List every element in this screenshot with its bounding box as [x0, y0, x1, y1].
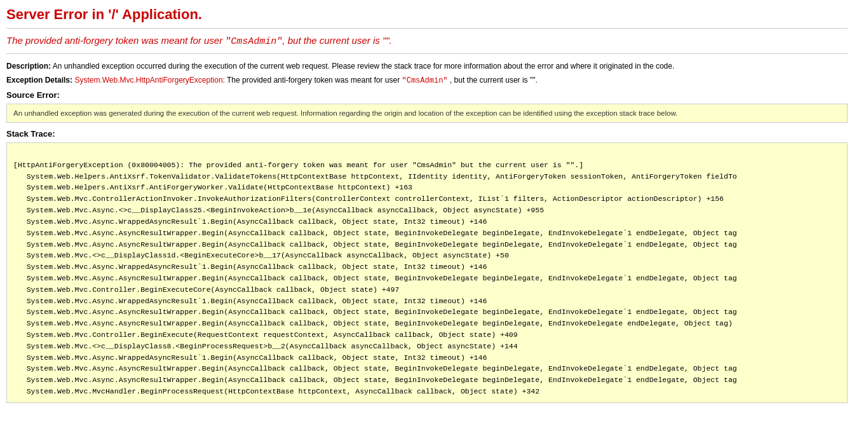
- source-error-box: An unhandled exception was generated dur…: [6, 104, 848, 123]
- source-error-label: Source Error:: [6, 90, 848, 100]
- error-message: The provided anti-forgery token was mean…: [6, 35, 848, 54]
- stack-trace-label: Stack Trace:: [6, 129, 848, 139]
- italic-prefix: The provided anti-forgery token was mean…: [6, 35, 225, 46]
- exception-type: System.Web.Mvc.HttpAntiForgeryException:: [74, 76, 225, 85]
- description-text: An unhandled exception occurred during t…: [53, 62, 675, 71]
- exception-message-prefix: The provided anti-forgery token was mean…: [227, 76, 400, 85]
- description-section: Description: An unhandled exception occu…: [6, 62, 848, 71]
- stack-trace-box[interactable]: [HttpAntiForgeryException (0x80004005): …: [6, 142, 848, 403]
- page-title: Server Error in '/' Application.: [6, 6, 848, 29]
- exception-message-suffix: , but the current user is "".: [450, 76, 538, 85]
- italic-user: "CmsAdmin": [225, 36, 282, 47]
- exception-details-section: Exception Details: System.Web.Mvc.HttpAn…: [6, 76, 848, 85]
- exception-message-user: "CmsAdmin": [402, 76, 448, 85]
- description-label: Description:: [6, 62, 51, 71]
- page-container: Server Error in '/' Application. The pro…: [0, 0, 858, 409]
- source-error-text: An unhandled exception was generated dur…: [13, 109, 677, 117]
- italic-suffix: , but the current user is "".: [282, 35, 391, 46]
- exception-details-label: Exception Details:: [6, 76, 72, 85]
